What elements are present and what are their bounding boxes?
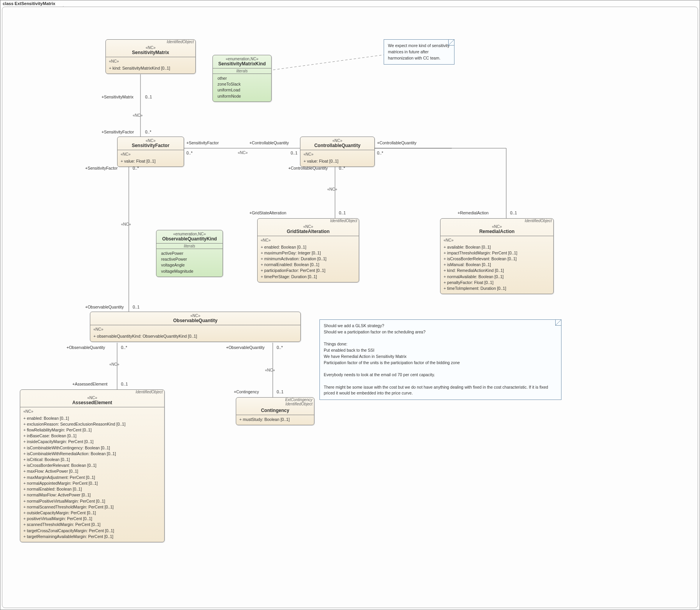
mult: 0..1 bbox=[510, 210, 517, 215]
attribute: normalAppointedMargin: PerCent [0..1] bbox=[23, 480, 161, 486]
assoc-stereo: «NC» bbox=[121, 222, 131, 226]
attribute: targetCrossZonalCapacityMargin: PerCent … bbox=[23, 528, 161, 534]
attribute: timePerStage: Duration [0..1] bbox=[261, 274, 356, 280]
class-assessedelement[interactable]: IdentifiedObject «NC» AssessedElement «N… bbox=[20, 389, 165, 542]
attribute: outsideCapacityMargin: PerCent [0..1] bbox=[23, 510, 161, 516]
stereotype: «NC» bbox=[121, 138, 181, 143]
mult: 0..* bbox=[145, 130, 151, 134]
class-gridstatealteration[interactable]: IdentifiedObject «NC» GridStateAlteratio… bbox=[257, 218, 359, 282]
class-contingency[interactable]: ExtContingency IdentifiedObject Continge… bbox=[236, 397, 314, 425]
attribute: enabled: Boolean [0..1] bbox=[261, 244, 356, 250]
mult: 0..* bbox=[121, 345, 127, 350]
stereotype: «NC» bbox=[109, 46, 192, 50]
literal: reactivePower bbox=[160, 256, 219, 262]
body-stereotype: «NC» bbox=[304, 152, 371, 158]
assoc-stereo: «NC» bbox=[133, 113, 143, 117]
section-label: literals bbox=[156, 244, 223, 249]
attribute: value: Float [0..1] bbox=[121, 158, 181, 164]
attribute: inBaseCase: Boolean [0..1] bbox=[23, 433, 161, 439]
attribute: kind: RemedialActionKind [0..1] bbox=[444, 268, 550, 273]
class-sensitivitymatrix[interactable]: IdentifiedObject «NC» SensitivityMatrix … bbox=[105, 39, 196, 74]
mult: 0..* bbox=[277, 345, 283, 350]
assoc-stereo: «NC» bbox=[265, 368, 275, 372]
attribute: maximumPerDay: Integer [0..1] bbox=[261, 250, 356, 256]
role-observablequantity: +ObservableQuantity bbox=[85, 305, 124, 309]
attribute: isCrossBorderRelevant: Boolean [0..1] bbox=[23, 463, 161, 468]
stereotype: «NC» bbox=[23, 396, 161, 400]
literal: voltageMagnitude bbox=[160, 268, 219, 274]
role-sensitivityfactor: +SensitivityFactor bbox=[102, 130, 134, 134]
super-label: IdentifiedObject bbox=[258, 219, 359, 223]
enum-observablequantitykind[interactable]: «enumeration,NC» ObservableQuantityKind … bbox=[156, 230, 223, 277]
role-controllablequantity: +ControllableQuantity bbox=[249, 140, 289, 145]
attribute: impactThresholdMargin: PerCent [0..1] bbox=[444, 250, 550, 256]
attribute: isCrossBorderRelevant: Boolean [0..1] bbox=[444, 256, 550, 262]
attribute: isCombinableWithContingency: Boolean [0.… bbox=[23, 445, 161, 451]
attribute: flowReliabilityMargin: PerCent [0..1] bbox=[23, 427, 161, 433]
literal: zoneToSlack bbox=[216, 81, 268, 87]
class-name: ObservableQuantityKind bbox=[160, 236, 219, 242]
stereotype: «NC» bbox=[444, 224, 550, 229]
assoc-stereo: «NC» bbox=[327, 187, 337, 191]
class-name: GridStateAlteration bbox=[261, 229, 356, 234]
attribute: normalAvailable: Boolean [0..1] bbox=[444, 274, 550, 280]
section-label: literals bbox=[213, 68, 271, 74]
mult: 0..1 bbox=[339, 210, 346, 215]
class-name: AssessedElement bbox=[23, 400, 161, 405]
super-label: IdentifiedObject bbox=[20, 390, 164, 394]
attribute: kind: SensitivityMatrixKind [0..1] bbox=[109, 65, 192, 71]
attribute: normalPositiveVirtualMargin: PerCent [0.… bbox=[23, 498, 161, 504]
attribute: enabled: Boolean [0..1] bbox=[23, 415, 161, 421]
role-observablequantity: +ObservableQuantity bbox=[67, 345, 105, 350]
role-contingency: +Contingency bbox=[234, 389, 259, 394]
class-observablequantity[interactable]: «NC» ObservableQuantity «NC» observableQ… bbox=[90, 312, 301, 342]
role-controllablequantity: +ControllableQuantity bbox=[288, 166, 328, 170]
stereotype: «NC» bbox=[93, 314, 297, 318]
attribute: insideCapacityMargin: PerCent [0..1] bbox=[23, 439, 161, 445]
literal: other bbox=[216, 75, 268, 81]
class-name: RemedialAction bbox=[444, 229, 550, 234]
attribute: maxMarginAdjustment: PerCent [0..1] bbox=[23, 475, 161, 480]
super-label: IdentifiedObject bbox=[440, 219, 553, 223]
attribute: normalScannedThresholdMargin: PerCent [0… bbox=[23, 504, 161, 510]
diagram-frame: class ExtSensitivityMatrix IdentifiedObj… bbox=[0, 0, 700, 610]
note-2: Should we add a GLSK strategy? Should we… bbox=[319, 319, 561, 400]
body-stereotype: «NC» bbox=[93, 327, 297, 333]
body-stereotype: «NC» bbox=[444, 238, 550, 244]
mult: 0..1 bbox=[291, 151, 298, 155]
body-stereotype: «NC» bbox=[23, 409, 161, 415]
mult: 0..* bbox=[186, 151, 193, 155]
attribute: exclusionReason: SecuredExclusionReasonK… bbox=[23, 421, 161, 427]
role-sensitivitymatrix: +SensitivityMatrix bbox=[102, 95, 133, 99]
enum-sensitivitymatrixkind[interactable]: «enumeration,NC» SensitivityMatrixKind l… bbox=[212, 55, 272, 102]
assoc-stereo: «NC» bbox=[109, 362, 119, 366]
mult: 0..1 bbox=[277, 389, 284, 394]
role-gridstatealteration: +GridStateAlteration bbox=[249, 210, 286, 215]
literal: voltageAngle bbox=[160, 262, 219, 268]
attribute: maxFlow: ActivePower [0..1] bbox=[23, 468, 161, 474]
attribute: isCritical: Boolean [0..1] bbox=[23, 457, 161, 463]
attribute: positiveVirtualMargin: PerCent [0..1] bbox=[23, 516, 161, 522]
role-sensitivityfactor: +SensitivityFactor bbox=[85, 166, 118, 170]
role-sensitivityfactor: +SensitivityFactor bbox=[186, 140, 219, 145]
body-stereotype: «NC» bbox=[109, 59, 192, 65]
note-1: We expect more kind of sensitivity matri… bbox=[384, 39, 454, 65]
stereotype: «enumeration,NC» bbox=[216, 57, 268, 61]
class-remedialaction[interactable]: IdentifiedObject «NC» RemedialAction «NC… bbox=[440, 218, 554, 294]
mult: 0..* bbox=[377, 151, 383, 155]
stereotype: «NC» bbox=[261, 224, 356, 229]
literal: uniformLoad bbox=[216, 87, 268, 93]
class-controllablequantity[interactable]: «NC» ControllableQuantity «NC» value: Fl… bbox=[300, 137, 375, 167]
attribute: normalMaxFlow: ActivePower [0..1] bbox=[23, 492, 161, 498]
body-stereotype: «NC» bbox=[121, 152, 181, 158]
mult: 0..1 bbox=[145, 95, 152, 99]
role-observablequantity: +ObservableQuantity bbox=[226, 345, 265, 350]
attribute: targetRemainingAvailableMargin: PerCent … bbox=[23, 534, 161, 540]
stereotype: «NC» bbox=[304, 138, 371, 143]
attribute: normalEnabled: Boolean [0..1] bbox=[261, 262, 356, 268]
class-sensitivityfactor[interactable]: «NC» SensitivityFactor «NC» value: Float… bbox=[117, 137, 184, 167]
attribute: observableQuantityKind: ObservableQuanti… bbox=[93, 333, 297, 339]
literal: activePower bbox=[160, 251, 219, 256]
attribute: available: Boolean [0..1] bbox=[444, 244, 550, 250]
role-assessedelement: +AssessedElement bbox=[72, 382, 107, 386]
